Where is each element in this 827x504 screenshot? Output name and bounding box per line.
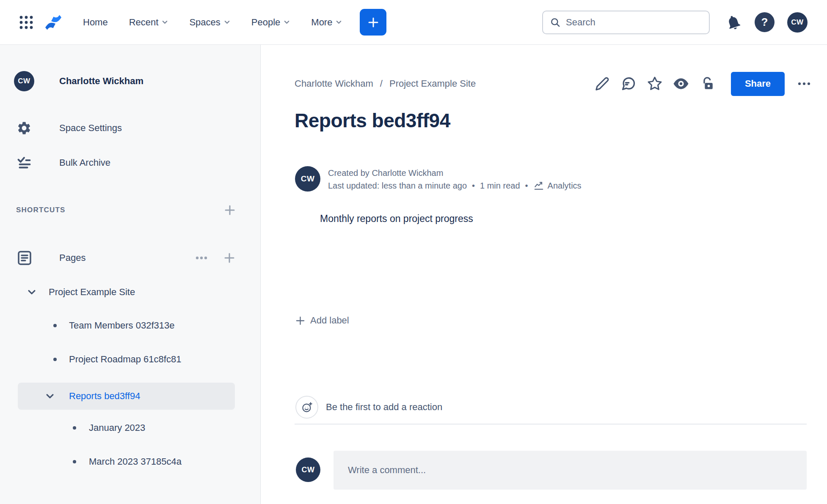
bell-icon xyxy=(723,11,744,33)
pages-more-button[interactable] xyxy=(194,250,209,266)
avatar-initials: CW xyxy=(791,18,803,27)
tree-item-project-example-site[interactable]: Project Example Site xyxy=(0,280,260,304)
question-mark-icon: ? xyxy=(761,16,768,29)
nav-spaces-label: Spaces xyxy=(189,17,220,28)
create-page-button[interactable] xyxy=(222,250,237,266)
search-input[interactable] xyxy=(566,17,702,28)
created-by-text: Created by Charlotte Wickham xyxy=(328,167,582,179)
chevron-down-icon xyxy=(224,19,230,25)
byline-text: Created by Charlotte Wickham Last update… xyxy=(328,166,582,192)
plus-icon xyxy=(223,252,235,264)
plus-icon xyxy=(224,204,236,216)
breadcrumb-separator: / xyxy=(380,78,383,89)
bullet-icon xyxy=(73,460,76,463)
last-updated-text[interactable]: Last updated: less than a minute ago xyxy=(328,180,467,192)
create-button[interactable] xyxy=(360,9,386,36)
comments-divider xyxy=(295,424,807,425)
page-actions: Share xyxy=(584,72,813,96)
nav-more[interactable]: More xyxy=(311,17,342,28)
grid-icon xyxy=(19,15,34,30)
share-button[interactable]: Share xyxy=(731,72,785,96)
document-body-text: Monthly reports on project progress xyxy=(320,213,473,225)
pages-icon xyxy=(15,248,34,268)
byline-meta: Last updated: less than a minute ago • 1… xyxy=(328,180,582,192)
sidebar-item-space-settings[interactable]: Space Settings xyxy=(0,118,260,138)
space-sidebar: CW Charlotte Wickham Space Settings Bulk… xyxy=(0,45,261,504)
pages-section-header[interactable]: Pages xyxy=(0,248,260,268)
breadcrumb-space[interactable]: Charlotte Wickham xyxy=(295,78,373,89)
plus-icon xyxy=(295,316,305,326)
analytics-link[interactable]: Analytics xyxy=(533,180,582,192)
tree-item-project-roadmap[interactable]: Project Roadmap 61c8fc81 xyxy=(0,348,260,371)
ellipsis-icon xyxy=(796,76,812,92)
space-avatar: CW xyxy=(14,71,34,91)
analytics-label: Analytics xyxy=(548,180,582,192)
bullet-icon xyxy=(53,358,57,361)
commenter-avatar: CW xyxy=(296,457,320,482)
comments-button[interactable] xyxy=(620,75,637,92)
help-button[interactable]: ? xyxy=(755,12,775,32)
user-avatar[interactable]: CW xyxy=(787,12,808,33)
sidebar-item-label: Bulk Archive xyxy=(59,153,110,173)
plus-icon xyxy=(368,17,379,28)
analytics-chart-icon xyxy=(533,180,544,191)
byline: CW Created by Charlotte Wickham Last upd… xyxy=(295,166,582,192)
ellipsis-icon xyxy=(194,251,209,265)
breadcrumb-parent-page[interactable]: Project Example Site xyxy=(389,78,476,89)
tree-item-team-members[interactable]: Team Members 032f313e xyxy=(0,314,260,337)
tree-item-label: Project Roadmap 61c8fc81 xyxy=(69,348,181,371)
confluence-logo-icon[interactable] xyxy=(43,13,63,32)
top-navigation-bar: Home Recent Spaces People More xyxy=(0,0,827,45)
meta-separator: • xyxy=(472,180,475,192)
search-icon xyxy=(550,17,561,28)
nav-recent-label: Recent xyxy=(129,17,159,28)
space-header[interactable]: CW Charlotte Wickham xyxy=(0,71,260,91)
bullet-icon xyxy=(53,324,57,327)
tree-item-reports-selected[interactable]: Reports bed3ff94 xyxy=(0,383,260,410)
tree-item-january-2023[interactable]: January 2023 xyxy=(0,416,260,440)
chevron-down-icon[interactable] xyxy=(25,286,38,299)
restrictions-button[interactable] xyxy=(699,75,716,92)
unlock-icon xyxy=(700,77,714,91)
add-reaction-button[interactable] xyxy=(295,396,318,419)
favorite-button[interactable] xyxy=(646,75,663,92)
space-avatar-initials: CW xyxy=(18,77,30,85)
nav-recent[interactable]: Recent xyxy=(129,17,168,28)
nav-spaces[interactable]: Spaces xyxy=(189,17,230,28)
tree-item-label: Reports bed3ff94 xyxy=(69,383,140,410)
star-icon xyxy=(647,76,662,91)
nav-home[interactable]: Home xyxy=(83,17,108,28)
tree-item-march-2023[interactable]: March 2023 37185c4a xyxy=(0,450,260,474)
add-label-button[interactable]: Add label xyxy=(295,313,349,328)
add-shortcut-button[interactable] xyxy=(222,203,237,218)
author-avatar[interactable]: CW xyxy=(295,166,320,192)
page-title: Reports bed3ff94 xyxy=(295,109,450,132)
add-label-text: Add label xyxy=(310,315,349,326)
nav-people[interactable]: People xyxy=(251,17,290,28)
edit-button[interactable] xyxy=(594,75,611,92)
comment-bubble-icon xyxy=(621,76,636,91)
reactions-section: Be the first to add a reaction xyxy=(295,396,442,419)
bullet-icon xyxy=(73,426,76,430)
comment-input[interactable] xyxy=(334,465,807,476)
tree-item-label: March 2023 37185c4a xyxy=(89,450,182,474)
breadcrumb: Charlotte Wickham / Project Example Site xyxy=(295,78,476,89)
chevron-down-icon xyxy=(284,19,290,25)
bulk-archive-icon xyxy=(16,154,33,171)
watch-button[interactable] xyxy=(673,75,689,92)
comment-input-box[interactable] xyxy=(334,451,807,490)
gear-icon xyxy=(16,120,33,137)
chevron-down-icon[interactable] xyxy=(44,390,56,403)
notifications-button[interactable] xyxy=(724,13,743,32)
meta-separator: • xyxy=(525,180,528,192)
app-switcher-icon[interactable] xyxy=(17,13,36,32)
nav-more-label: More xyxy=(311,17,332,28)
sidebar-item-bulk-archive[interactable]: Bulk Archive xyxy=(0,153,260,173)
shortcuts-heading: SHORTCUTS xyxy=(16,201,66,219)
pages-heading: Pages xyxy=(59,248,85,268)
more-actions-button[interactable] xyxy=(796,75,813,92)
space-name: Charlotte Wickham xyxy=(59,71,143,91)
sidebar-item-label: Space Settings xyxy=(59,118,122,138)
read-time-text: 1 min read xyxy=(480,180,520,192)
search-box[interactable] xyxy=(542,11,710,34)
